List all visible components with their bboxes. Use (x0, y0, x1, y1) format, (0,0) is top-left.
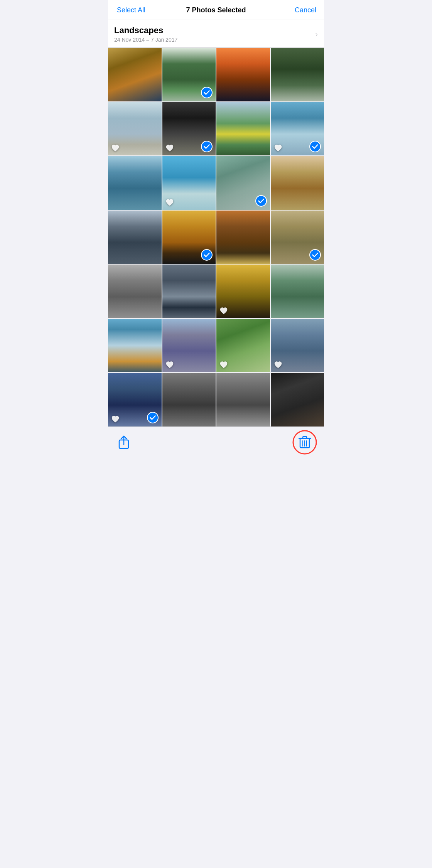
photo-cell-28[interactable] (271, 373, 324, 426)
heart-icon-8 (274, 144, 282, 152)
check-overlay-11 (255, 195, 267, 207)
photo-cell-8[interactable] (271, 102, 324, 156)
cancel-button[interactable]: Cancel (285, 6, 316, 14)
photo-cell-6[interactable] (162, 102, 216, 156)
album-info-section[interactable]: Landscapes 24 Nov 2014 – 7 Jan 2017 › (108, 20, 324, 48)
photo-cell-18[interactable] (162, 265, 216, 318)
photo-cell-11[interactable] (216, 156, 270, 210)
photo-cell-16[interactable] (271, 211, 324, 264)
heart-icon-22 (165, 361, 174, 369)
photo-cell-1[interactable] (108, 48, 162, 101)
check-overlay-6 (201, 141, 213, 152)
photo-cell-3[interactable] (216, 48, 270, 101)
check-overlay-2 (201, 87, 213, 98)
photo-grid (108, 48, 324, 426)
photo-cell-21[interactable] (108, 319, 162, 372)
svg-rect-5 (303, 437, 307, 438)
album-date-range: 24 Nov 2014 – 7 Jan 2017 (114, 37, 177, 43)
check-overlay-16 (309, 249, 321, 261)
album-title: Landscapes (114, 25, 177, 35)
trash-icon (299, 435, 311, 449)
photo-cell-26[interactable] (162, 373, 216, 426)
heart-icon-6 (165, 144, 174, 152)
delete-button[interactable] (296, 433, 313, 452)
selected-count: 7 (186, 6, 190, 14)
bottom-toolbar (108, 426, 324, 462)
photo-cell-2[interactable] (162, 48, 216, 101)
photo-cell-7[interactable] (216, 102, 270, 156)
photo-cell-23[interactable] (216, 319, 270, 372)
photo-cell-9[interactable] (108, 156, 162, 210)
select-all-button[interactable]: Select All (116, 6, 147, 14)
photo-cell-15[interactable] (216, 211, 270, 264)
check-overlay-25 (147, 412, 159, 423)
check-overlay-8 (309, 141, 321, 152)
photo-cell-4[interactable] (271, 48, 324, 101)
selected-label: Photos Selected (192, 6, 246, 14)
photo-cell-5[interactable] (108, 102, 162, 156)
heart-icon-25 (111, 415, 120, 423)
heart-icon-10 (165, 198, 174, 207)
photo-cell-19[interactable] (216, 265, 270, 318)
photo-cell-10[interactable] (162, 156, 216, 210)
album-text: Landscapes 24 Nov 2014 – 7 Jan 2017 (114, 25, 177, 43)
photo-cell-20[interactable] (271, 265, 324, 318)
photo-cell-17[interactable] (108, 265, 162, 318)
heart-icon-23 (219, 361, 228, 369)
photo-cell-13[interactable] (108, 211, 162, 264)
chevron-right-icon: › (315, 30, 318, 39)
photo-cell-12[interactable] (271, 156, 324, 210)
navigation-header: Select All 7 Photos Selected Cancel (108, 0, 324, 20)
photo-cell-25[interactable] (108, 373, 162, 426)
share-icon (118, 435, 130, 449)
heart-icon-5 (111, 144, 120, 152)
heart-icon-24 (274, 361, 282, 369)
heart-icon-19 (219, 307, 228, 315)
photo-cell-22[interactable] (162, 319, 216, 372)
photo-cell-27[interactable] (216, 373, 270, 426)
header-title: 7 Photos Selected (147, 6, 285, 14)
photo-cell-24[interactable] (271, 319, 324, 372)
check-overlay-14 (201, 249, 213, 261)
share-button[interactable] (116, 433, 132, 452)
photo-cell-14[interactable] (162, 211, 216, 264)
